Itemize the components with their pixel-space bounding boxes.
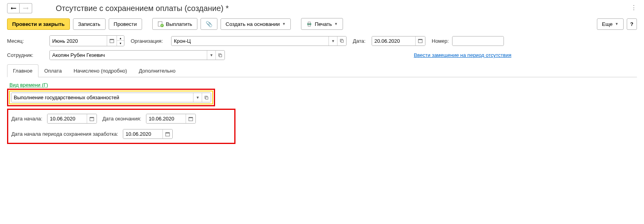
- svg-rect-4: [308, 22, 310, 24]
- pay-icon: ₽: [157, 21, 164, 27]
- number-input[interactable]: [452, 36, 504, 46]
- start-date-input[interactable]: [47, 114, 87, 123]
- svg-rect-9: [341, 40, 343, 42]
- org-label: Организация:: [131, 38, 168, 44]
- month-field: ▲ ▼: [49, 35, 124, 46]
- dropdown-icon[interactable]: ▾: [328, 36, 337, 46]
- time-type-field: ▾: [11, 93, 211, 102]
- substitution-link[interactable]: Ввести замещение на период отсутствия: [414, 52, 511, 58]
- dropdown-icon[interactable]: ▾: [193, 93, 202, 102]
- title-bar: 🠔 🠖 Отсутствие с сохранением оплаты (соз…: [0, 0, 644, 16]
- forward-button[interactable]: 🠖: [20, 3, 32, 13]
- main-tab-content: Вид времени (Г) ▾ Дата начала:: [7, 77, 637, 147]
- spinner-down[interactable]: ▼: [117, 41, 124, 46]
- tabs: Главное Оплата Начислено (подробно) Допо…: [7, 64, 637, 77]
- svg-rect-7: [110, 39, 114, 40]
- menu-icon[interactable]: ⋮: [631, 4, 637, 11]
- help-button[interactable]: ?: [627, 18, 637, 30]
- tab-payment[interactable]: Оплата: [38, 64, 68, 77]
- dropdown-icon[interactable]: ▾: [207, 51, 215, 60]
- date-field: [372, 36, 425, 46]
- time-type-label[interactable]: Вид времени (Г): [9, 82, 48, 88]
- row-1: Месяц: ▲ ▼ Организация: ▾ Дата:: [7, 35, 637, 46]
- highlight-box-inner: ▾: [9, 91, 213, 104]
- open-icon[interactable]: [337, 36, 346, 46]
- start-date-label: Дата начала:: [11, 116, 42, 122]
- toolbar: Провести и закрыть Записать Провести ₽ В…: [0, 16, 644, 34]
- calendar-icon[interactable]: [162, 129, 172, 138]
- calendar-icon[interactable]: [415, 36, 425, 46]
- end-date-field: [146, 114, 196, 124]
- open-icon[interactable]: [202, 93, 211, 102]
- pay-button-label: Выплатить: [166, 21, 192, 27]
- salary-period-field: [123, 129, 173, 139]
- end-date-label: Дата окончания:: [102, 116, 141, 122]
- row-2: Сотрудник: ▾ Ввести замещение на период …: [7, 50, 637, 60]
- salary-period-input[interactable]: [123, 129, 162, 138]
- calendar-icon[interactable]: [87, 114, 97, 123]
- salary-period-row: Дата начала периода сохранения заработка…: [11, 129, 231, 139]
- write-button[interactable]: Записать: [73, 18, 106, 30]
- chevron-down-icon: ▼: [282, 22, 286, 26]
- month-label: Месяц:: [7, 38, 46, 44]
- svg-rect-21: [166, 133, 170, 133]
- calendar-icon[interactable]: [107, 36, 117, 46]
- attach-button[interactable]: 📎: [201, 18, 217, 30]
- pay-button[interactable]: ₽ Выплатить: [152, 18, 197, 30]
- more-button-label: Еще: [602, 21, 613, 27]
- org-input[interactable]: [171, 36, 328, 46]
- calendar-icon[interactable]: [186, 114, 195, 123]
- svg-rect-5: [308, 25, 310, 26]
- end-date-input[interactable]: [146, 114, 186, 123]
- date-label: Дата:: [353, 38, 369, 44]
- print-button[interactable]: Печать ▼: [301, 18, 343, 30]
- number-field: [452, 36, 504, 46]
- date-input[interactable]: [372, 36, 415, 46]
- paperclip-icon: 📎: [206, 21, 212, 27]
- post-and-close-button[interactable]: Провести и закрыть: [7, 18, 70, 30]
- back-button[interactable]: 🠔: [7, 3, 20, 13]
- tab-accrued[interactable]: Начислено (подробно): [68, 64, 133, 77]
- date-row: Дата начала: Дата окончания:: [11, 114, 231, 124]
- highlight-box-2: Дата начала: Дата окончания: Дата начала…: [7, 109, 235, 144]
- start-date-field: [47, 114, 97, 124]
- printer-icon: [306, 21, 312, 27]
- svg-rect-11: [418, 39, 422, 40]
- svg-rect-15: [206, 97, 208, 99]
- org-field: ▾: [171, 36, 347, 46]
- number-label: Номер:: [432, 38, 449, 44]
- open-icon[interactable]: [215, 51, 224, 60]
- employee-input[interactable]: [50, 51, 207, 60]
- tab-main[interactable]: Главное: [7, 64, 38, 77]
- highlight-box-1: ▾: [7, 89, 215, 106]
- create-based-on-label: Создать на основании: [226, 21, 280, 27]
- employee-field: ▾: [49, 50, 225, 60]
- time-type-input[interactable]: [11, 93, 193, 102]
- svg-rect-13: [219, 55, 222, 57]
- more-button[interactable]: Еще ▼: [597, 18, 624, 30]
- employee-label: Сотрудник:: [7, 52, 46, 58]
- svg-rect-19: [189, 117, 193, 118]
- svg-rect-17: [90, 117, 94, 118]
- month-spinner: ▲ ▼: [117, 36, 124, 46]
- post-button[interactable]: Провести: [109, 18, 142, 30]
- create-based-on-button[interactable]: Создать на основании ▼: [221, 18, 291, 30]
- salary-period-label: Дата начала периода сохранения заработка…: [11, 131, 118, 137]
- form-area: Месяц: ▲ ▼ Организация: ▾ Дата:: [0, 34, 644, 149]
- spinner-up[interactable]: ▲: [117, 36, 124, 41]
- print-button-label: Печать: [315, 21, 332, 27]
- chevron-down-icon: ▼: [615, 22, 618, 26]
- month-input[interactable]: [50, 36, 107, 46]
- svg-text:₽: ₽: [161, 24, 163, 27]
- page-title: Отсутствие с сохранением оплаты (создани…: [56, 4, 229, 13]
- chevron-down-icon: ▼: [334, 22, 338, 26]
- tab-additional[interactable]: Дополнительно: [133, 64, 182, 77]
